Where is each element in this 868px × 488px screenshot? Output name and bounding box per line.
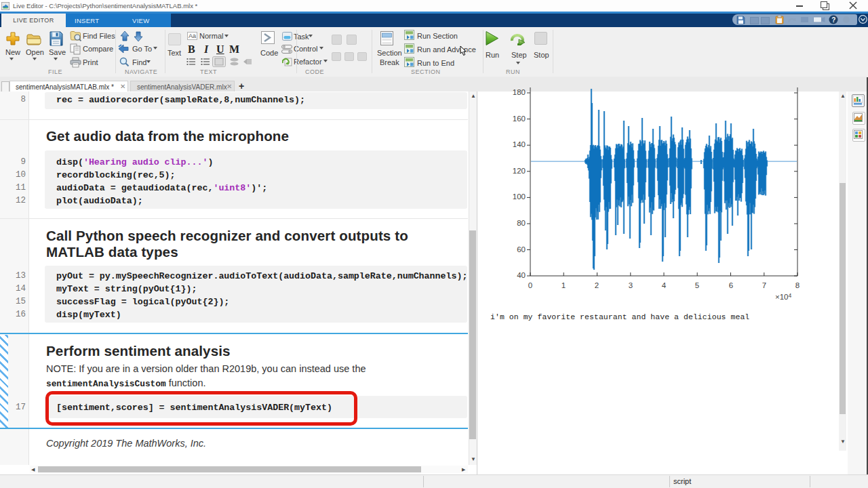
svg-text:Aa: Aa <box>189 33 196 39</box>
svg-text:?: ? <box>831 16 835 24</box>
